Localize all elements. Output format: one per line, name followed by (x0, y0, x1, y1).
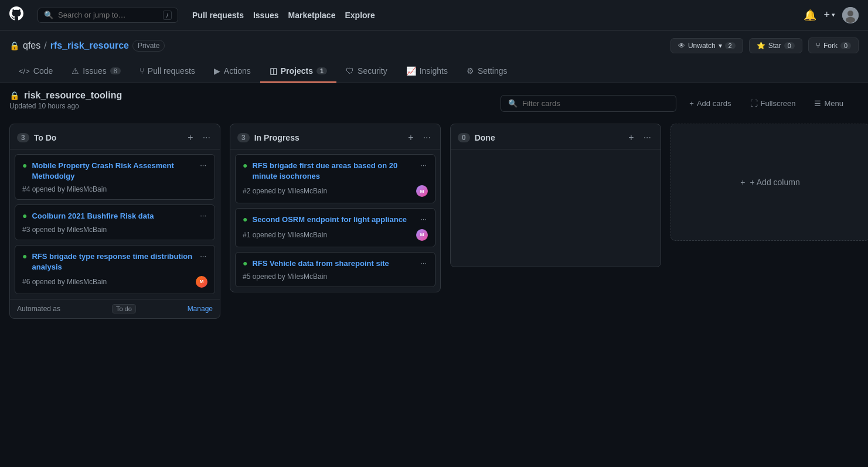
repo-breadcrumb: 🔒 qfes / rfs_risk_resource Private 👁 Unw… (9, 38, 859, 53)
card-1: ● Second OSRM endpoint for light applian… (235, 208, 435, 247)
nav-marketplace[interactable]: Marketplace (288, 11, 336, 20)
notifications-button[interactable]: 🔔 (804, 9, 816, 22)
column-done-header: 0 Done + ··· (451, 124, 661, 149)
card-5-meta-text: #5 opened by MilesMcBain (243, 272, 327, 281)
plus-icon: + (740, 178, 745, 187)
column-done-body (451, 149, 661, 267)
tab-insights[interactable]: 📈 Insights (397, 60, 457, 83)
column-todo-count: 3 (17, 133, 29, 142)
tab-actions-label: Actions (224, 66, 251, 76)
top-nav-right: 🔔 + ▾ (804, 7, 859, 23)
column-todo-menu-button[interactable]: ··· (200, 131, 213, 144)
star-button[interactable]: ⭐ Star 0 (749, 38, 802, 53)
create-new-button[interactable]: + ▾ (823, 9, 835, 21)
card-4-header: ● Mobile Property Crash Risk Assesment M… (22, 161, 207, 182)
open-issue-icon: ● (22, 161, 27, 170)
fork-button[interactable]: ⑂ Fork 0 (808, 38, 859, 53)
chevron-down-icon: ▾ (719, 42, 722, 50)
nav-issues[interactable]: Issues (253, 11, 279, 20)
repo-header: 🔒 qfes / rfs_risk_resource Private 👁 Unw… (0, 30, 868, 83)
chevron-down-icon: ▾ (832, 11, 835, 19)
card-4-menu-button[interactable]: ··· (199, 161, 207, 169)
tab-projects-label: Projects (281, 66, 313, 76)
manage-link[interactable]: Manage (188, 305, 213, 313)
repo-owner-link[interactable]: qfes (23, 40, 40, 51)
column-in-progress-body: ● RFS brigade first due areas based on 2… (230, 149, 440, 292)
fork-count: 0 (840, 42, 851, 49)
column-done-add-button[interactable]: + (626, 131, 636, 144)
column-done-menu-button[interactable]: ··· (641, 131, 653, 144)
filter-cards-input[interactable] (522, 99, 669, 108)
settings-icon: ⚙ (467, 66, 474, 76)
card-1-menu-button[interactable]: ··· (419, 214, 428, 223)
card-6-title[interactable]: RFS brigade type response time distribut… (32, 251, 194, 272)
card-3-menu-button[interactable]: ··· (199, 211, 207, 220)
fullscreen-button[interactable]: ⛶ Fullscreen (744, 96, 802, 111)
repo-action-buttons: 👁 Unwatch ▾ 2 ⭐ Star 0 ⑂ Fork 0 (670, 38, 859, 53)
card-4-title[interactable]: Mobile Property Crash Risk Assesment Met… (32, 161, 194, 182)
svg-point-2 (846, 17, 855, 23)
card-5-menu-button[interactable]: ··· (419, 258, 428, 267)
issues-icon: ⚠ (72, 66, 79, 76)
card-1-title[interactable]: Second OSRM endpoint for light appliance (252, 214, 414, 225)
automated-label: Automated as (17, 305, 60, 313)
bell-icon: 🔔 (804, 9, 816, 22)
project-title: risk_resource_tooling (24, 90, 122, 101)
star-count: 0 (784, 42, 795, 49)
tab-settings[interactable]: ⚙ Settings (457, 60, 517, 83)
projects-badge: 1 (316, 67, 327, 74)
user-avatar[interactable] (842, 7, 859, 23)
card-1-header: ● Second OSRM endpoint for light applian… (243, 214, 428, 225)
card-3-meta: #3 opened by MilesMcBain (22, 226, 207, 234)
card-3-title[interactable]: Coolburn 2021 Bushfire Risk data (32, 211, 194, 221)
card-1-avatar: M (416, 229, 428, 241)
pr-icon: ⑂ (139, 66, 144, 76)
tab-issues-label: Issues (83, 66, 106, 76)
svg-point-1 (847, 11, 853, 16)
repo-breadcrumb-slash: / (44, 40, 46, 51)
card-6-menu-button[interactable]: ··· (199, 251, 207, 260)
open-issue-icon: ● (22, 251, 27, 261)
filter-cards-input-wrapper[interactable]: 🔍 (501, 95, 676, 112)
column-in-progress-add-button[interactable]: + (406, 131, 416, 144)
actions-icon: ▶ (214, 66, 220, 76)
filter-search-icon: 🔍 (508, 99, 518, 108)
column-todo-footer: Automated as To do Manage (10, 299, 220, 318)
tab-code[interactable]: </> Code (9, 60, 62, 83)
column-in-progress-count: 3 (237, 133, 250, 142)
tab-actions[interactable]: ▶ Actions (205, 60, 260, 83)
menu-button[interactable]: ☰ Menu (808, 96, 849, 111)
column-in-progress-menu-button[interactable]: ··· (421, 131, 433, 144)
add-cards-label: Add cards (697, 99, 731, 108)
eye-icon: 👁 (678, 42, 685, 50)
card-5-title[interactable]: RFS Vehicle data from sharepoint site (252, 258, 414, 269)
global-search-bar[interactable]: 🔍 / (38, 8, 178, 23)
column-todo-header: 3 To Do + ··· (10, 124, 220, 149)
add-column-button[interactable]: + + Add column (670, 124, 868, 241)
tab-projects[interactable]: ◫ Projects 1 (260, 60, 336, 83)
card-3-meta-text: #3 opened by MilesMcBain (22, 226, 107, 234)
github-logo-icon[interactable] (9, 6, 23, 24)
nav-pull-requests[interactable]: Pull requests (192, 11, 244, 20)
card-2-title[interactable]: RFS brigade first due areas based on 20 … (252, 161, 414, 182)
unwatch-label: Unwatch (688, 42, 716, 50)
tab-pull-requests[interactable]: ⑂ Pull requests (130, 60, 205, 83)
repo-visibility-badge: Private (132, 40, 165, 52)
fullscreen-label: Fullscreen (761, 99, 796, 108)
menu-label: Menu (824, 99, 843, 108)
search-input[interactable] (58, 11, 158, 19)
card-2-menu-button[interactable]: ··· (419, 161, 428, 169)
repo-name-link[interactable]: rfs_risk_resource (50, 40, 129, 51)
tab-pr-label: Pull requests (148, 66, 195, 76)
project-toolbar: 🔍 + Add cards ⛶ Fullscreen ☰ Menu (491, 90, 859, 117)
add-cards-button[interactable]: + Add cards (683, 96, 737, 111)
unwatch-button[interactable]: 👁 Unwatch ▾ 2 (670, 38, 743, 53)
card-5-meta: #5 opened by MilesMcBain (243, 272, 428, 281)
card-2: ● RFS brigade first due areas based on 2… (235, 154, 435, 203)
nav-explore[interactable]: Explore (345, 11, 375, 20)
card-3: ● Coolburn 2021 Bushfire Risk data ··· #… (15, 204, 215, 240)
column-todo-add-button[interactable]: + (185, 131, 195, 144)
tab-security[interactable]: 🛡 Security (336, 60, 397, 83)
tab-issues[interactable]: ⚠ Issues 8 (62, 60, 130, 83)
card-4-meta: #4 opened by MilesMcBain (22, 185, 207, 193)
